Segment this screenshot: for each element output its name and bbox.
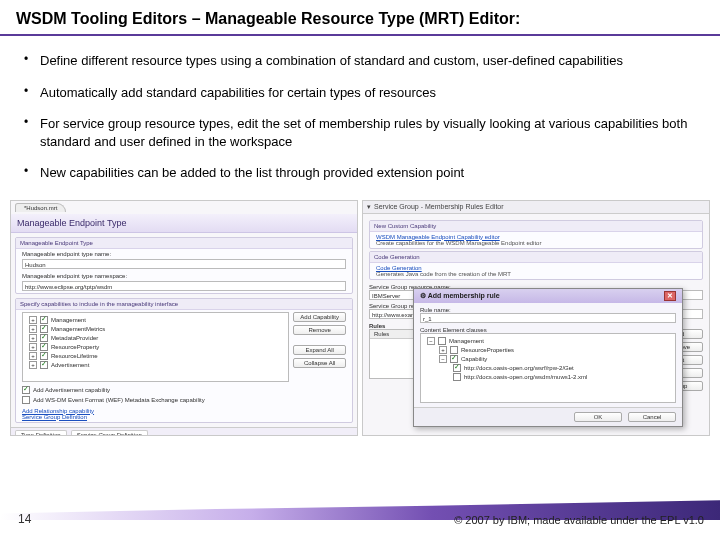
checkbox-icon[interactable] [40, 343, 48, 351]
section-title: Code Generation [370, 252, 702, 263]
capability-item[interactable]: Management [51, 317, 86, 323]
rulename-input[interactable]: r_1 [420, 313, 676, 323]
checkbox-icon[interactable] [450, 355, 458, 363]
close-icon[interactable]: ✕ [664, 291, 676, 301]
expand-icon[interactable]: + [439, 346, 447, 354]
checkbox-icon[interactable] [438, 337, 446, 345]
checkbox-icon[interactable] [22, 386, 30, 394]
expand-icon[interactable]: + [29, 325, 37, 333]
expand-icon[interactable]: + [29, 334, 37, 342]
capability-item[interactable]: Advertisement [51, 362, 89, 368]
footer: 14 © 2007 by IBM; made available under t… [0, 496, 720, 540]
section-title: New Custom Capability [370, 221, 702, 232]
capability-editor-link[interactable]: WSDM Manageable Endpoint Capability edit… [376, 234, 500, 240]
add-membership-dialog: ⚙ Add membership rule ✕ Rule name: r_1 C… [413, 288, 683, 427]
checkbox-icon[interactable] [40, 334, 48, 342]
expand-icon[interactable]: + [29, 316, 37, 324]
bottom-tabs: Type Definition Service Group Definition [11, 427, 357, 436]
collapse-icon[interactable]: − [427, 337, 435, 345]
capability-item[interactable]: ResourceLifetime [51, 353, 98, 359]
bullet-item: Automatically add standard capabilities … [40, 84, 692, 102]
tree-leaf[interactable]: http://docs.oasis-open.org/wsdm/muws1-2.… [464, 374, 587, 380]
editor-left-panel: *Hudson.mrt Manageable Endpoint Type Man… [10, 200, 358, 436]
capability-item[interactable]: ManagementMetrics [51, 326, 105, 332]
capability-item[interactable]: ResourceProperty [51, 344, 99, 350]
section-capabilities: Specify capabilities to include in the m… [15, 298, 353, 423]
expand-icon[interactable]: + [29, 352, 37, 360]
section-title: Specify capabilities to include in the m… [16, 299, 352, 310]
tab-type-definition[interactable]: Type Definition [15, 430, 67, 436]
service-group-link[interactable]: Service Group Definition [22, 414, 346, 420]
checkbox-icon[interactable] [40, 352, 48, 360]
checkbox-icon[interactable] [22, 396, 30, 404]
collapse-icon[interactable]: − [439, 355, 447, 363]
capability-tree[interactable]: +Management +ManagementMetrics +Metadata… [22, 312, 289, 382]
code-generation-link[interactable]: Code Generation [376, 265, 422, 271]
slide-title: WSDM Tooling Editors – Manageable Resour… [0, 0, 720, 36]
ok-button[interactable]: OK [574, 412, 622, 422]
bullet-item: New capabilities can be added to the lis… [40, 164, 692, 182]
clause-tree[interactable]: −Management +ResourceProperties −Capabil… [420, 333, 676, 403]
checkbox-icon[interactable] [450, 346, 458, 354]
copyright: © 2007 by IBM; made available under the … [454, 514, 704, 526]
checkbox-icon[interactable] [40, 325, 48, 333]
collapse-all-button[interactable]: Collapse All [293, 358, 346, 368]
checkbox-icon[interactable] [40, 316, 48, 324]
namespace-input[interactable]: http://www.eclipse.org/tptp/wsdm [22, 281, 346, 291]
checkbox-icon[interactable] [453, 373, 461, 381]
checkbox-icon[interactable] [453, 364, 461, 372]
cancel-button[interactable]: Cancel [628, 412, 676, 422]
field-label: Manageable endpoint type name: [22, 251, 346, 257]
option-label: Add WS-DM Event Format (WEF) Metadata Ex… [33, 396, 205, 402]
section-desc: Generates Java code from the creation of… [376, 271, 696, 277]
dialog-title: Add membership rule [428, 292, 500, 299]
section-title: Manageable Endpoint Type [16, 238, 352, 249]
capability-item[interactable]: MetadataProvider [51, 335, 98, 341]
tree-node[interactable]: ResourceProperties [461, 347, 514, 353]
editor-right-panel: ▾ Service Group - Membership Rules Edito… [362, 200, 710, 436]
page-number: 14 [18, 512, 31, 526]
section-endpoint-type: Manageable Endpoint Type Manageable endp… [15, 237, 353, 294]
bullet-list: Define different resource types using a … [0, 46, 720, 182]
tree-node[interactable]: Capability [461, 356, 487, 362]
expand-icon[interactable]: + [29, 361, 37, 369]
bullet-item: For service group resource types, edit t… [40, 115, 692, 150]
editor-header: Manageable Endpoint Type [11, 214, 357, 233]
checkbox-icon[interactable] [40, 361, 48, 369]
add-capability-button[interactable]: Add Capability [293, 312, 346, 322]
view-title: Service Group - Membership Rules Editor [374, 203, 504, 210]
name-input[interactable]: Hudson [22, 259, 346, 269]
bullet-item: Define different resource types using a … [40, 52, 692, 70]
tree-leaf[interactable]: http://docs.oasis-open.org/wsrf/rpw-2/Ge… [464, 365, 574, 371]
expand-all-button[interactable]: Expand All [293, 345, 346, 355]
chevron-down-icon[interactable]: ▾ [367, 203, 371, 211]
tab-service-group[interactable]: Service Group Definition [71, 430, 148, 436]
option-label: Add Advertisement capability [33, 386, 110, 392]
section-desc: Create capabilities for the WSDM Managea… [376, 240, 696, 246]
editor-tabstrip: *Hudson.mrt [11, 201, 357, 214]
expand-icon[interactable]: + [29, 343, 37, 351]
slide: WSDM Tooling Editors – Manageable Resour… [0, 0, 720, 540]
tree-node[interactable]: Management [449, 338, 484, 344]
field-label: Manageable endpoint type namespace: [22, 273, 346, 279]
editor-tab[interactable]: *Hudson.mrt [15, 203, 66, 212]
remove-button[interactable]: Remove [293, 325, 346, 335]
screenshots-row: *Hudson.mrt Manageable Endpoint Type Man… [0, 196, 720, 436]
